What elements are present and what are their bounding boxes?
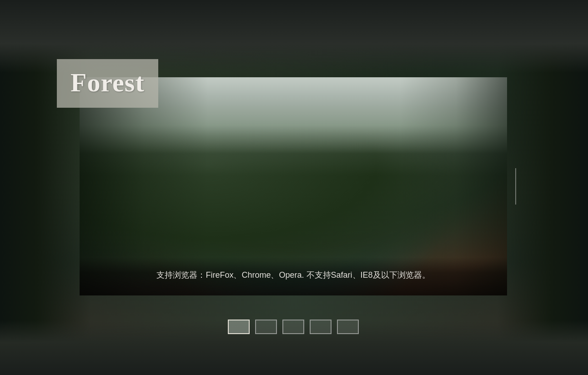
thumb-1[interactable] (228, 320, 250, 334)
thumb-5[interactable] (337, 320, 359, 334)
description-overlay: 支持浏览器：FireFox、Chrome、Opera. 不支持Safari、IE… (80, 257, 507, 295)
forest-image-area: 支持浏览器：FireFox、Chrome、Opera. 不支持Safari、IE… (80, 77, 507, 295)
nav-thumbnails (228, 320, 359, 334)
thumb-2[interactable] (255, 320, 277, 334)
forest-title-label: Forest (57, 59, 158, 108)
main-panel: Forest 支持浏览器：FireFox、Chrome、Opera. 不支持Sa… (80, 77, 507, 295)
forest-title: Forest (70, 67, 145, 98)
thumb-4[interactable] (310, 320, 332, 334)
browser-support-text: 支持浏览器：FireFox、Chrome、Opera. 不支持Safari、IE… (95, 269, 491, 282)
vertical-divider (515, 168, 516, 205)
thumb-3[interactable] (282, 320, 304, 334)
